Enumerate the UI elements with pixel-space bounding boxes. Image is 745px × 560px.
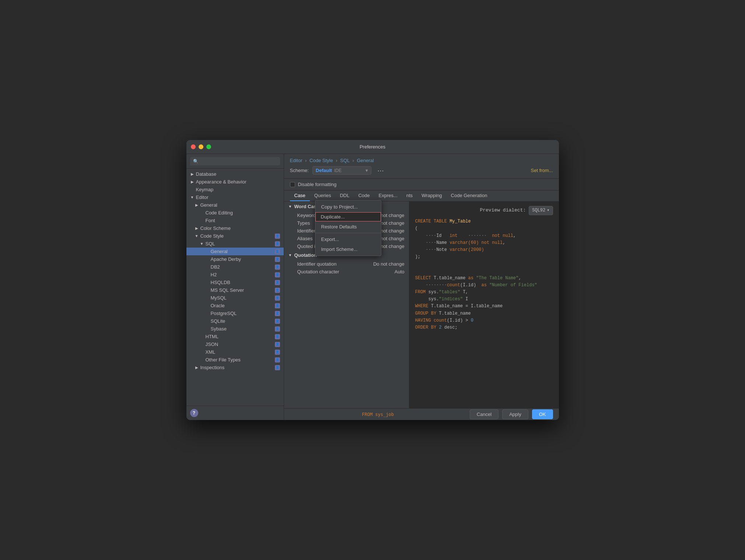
apply-button[interactable]: Apply [502, 409, 528, 419]
disable-formatting-checkbox[interactable] [290, 182, 295, 187]
chevron-right-icon: ▶ [195, 365, 199, 370]
tab-queries[interactable]: Queries [310, 190, 336, 201]
tab-case[interactable]: Case [290, 190, 310, 201]
help-button[interactable]: ? [190, 409, 198, 417]
sidebar-item-json[interactable]: ▶ JSON 👤 [186, 340, 284, 348]
menu-item-restore-defaults[interactable]: Restore Defaults [315, 222, 381, 232]
identifier-quotation-value: Do not change [373, 261, 405, 267]
code-preview: CREATE TABLE My_Table ( ····Id int ·····… [415, 218, 553, 331]
code-line-note: ····Note varchar(2000) [415, 246, 553, 253]
more-options-button[interactable]: ⋯ [375, 167, 386, 175]
sidebar-label-editor: Editor [196, 195, 280, 200]
sidebar-item-h2[interactable]: ▶ H2 👤 [186, 271, 284, 279]
user-badge-oracle: 👤 [275, 303, 280, 308]
tab-code[interactable]: Code [354, 190, 374, 201]
code-line-select: SELECT T.table_name as "The Table Name", [415, 275, 553, 282]
quotation-character-row: Quotation character Auto [284, 268, 409, 276]
sidebar-label-sql: SQL [206, 241, 275, 246]
dialect-dropdown[interactable]: SQL92 ▾ [529, 206, 553, 215]
menu-item-duplicate[interactable]: Duplicate... [315, 212, 381, 221]
sidebar-item-appearance[interactable]: ▶ Appearance & Behavior [186, 178, 284, 186]
sidebar-item-color-scheme[interactable]: ▶ Color Scheme [186, 224, 284, 232]
disable-formatting-label: Disable formatting [298, 182, 337, 187]
sidebar-label-keymap: Keymap [196, 187, 280, 192]
chevron-down-icon: ▼ [288, 253, 292, 257]
tab-ddl[interactable]: DDL [335, 190, 354, 201]
sidebar-item-sybase[interactable]: ▶ Sybase 👤 [186, 325, 284, 333]
scheme-label: Scheme: [290, 168, 309, 173]
menu-item-copy-to-project[interactable]: Copy to Project... [315, 202, 381, 212]
sidebar-item-sql[interactable]: ▼ SQL 👤 [186, 240, 284, 248]
maximize-button[interactable] [206, 144, 211, 149]
sidebar-item-mssql[interactable]: ▶ MS SQL Server 👤 [186, 286, 284, 294]
quotation-character-label: Quotation character [297, 269, 339, 274]
sidebar-item-html[interactable]: ▶ HTML 👤 [186, 333, 284, 340]
user-badge-json: 👤 [275, 342, 280, 347]
code-line-group: GROUP BY T.table_name [415, 310, 553, 317]
sidebar-label-code-editing: Code Editing [206, 210, 280, 216]
sidebar-item-mysql[interactable]: ▶ MySQL 👤 [186, 294, 284, 302]
minimize-button[interactable] [199, 144, 203, 149]
user-badge-sybase: 👤 [275, 326, 280, 332]
tab-nts[interactable]: nts [402, 190, 417, 201]
sidebar-item-other-file-types[interactable]: ▶ Other File Types 👤 [186, 356, 284, 364]
sidebar-label-other-file-types: Other File Types [206, 357, 275, 363]
sidebar-label-sql-general: General [211, 249, 275, 254]
code-line-close: ); [415, 253, 553, 260]
chevron-right-icon: ▶ [195, 226, 199, 231]
search-input[interactable] [201, 158, 277, 164]
sidebar-item-editor[interactable]: ▼ Editor [186, 193, 284, 201]
sidebar-label-postgresql: PostgreSQL [211, 311, 275, 316]
sidebar-item-oracle[interactable]: ▶ Oracle 👤 [186, 302, 284, 309]
ok-button[interactable]: OK [532, 409, 553, 419]
identifier-quotation-row: Identifier quotation Do not change [284, 260, 409, 268]
sidebar-label-db2: DB2 [211, 264, 275, 270]
tab-wrapping[interactable]: Wrapping [417, 190, 446, 201]
user-badge-apache: 👤 [275, 257, 280, 262]
identifier-quotation-label: Identifier quotation [297, 261, 337, 267]
sidebar-item-code-style[interactable]: ▼ Code Style 👤 [186, 232, 284, 240]
code-line-sys-indices: sys."indices" I [415, 296, 553, 303]
menu-item-import-scheme[interactable]: Import Scheme... [315, 244, 381, 254]
menu-item-export[interactable]: Export... [315, 234, 381, 244]
chevron-down-icon: ▾ [365, 168, 368, 173]
search-bar: 🔍 [186, 154, 284, 169]
sidebar-item-keymap[interactable]: ▶ Keymap [186, 186, 284, 193]
chevron-down-icon: ▼ [195, 234, 199, 238]
sidebar-label-appearance: Appearance & Behavior [196, 179, 280, 185]
sidebar-label-apache-derby: Apache Derby [211, 256, 275, 262]
sidebar-item-apache-derby[interactable]: ▶ Apache Derby 👤 [186, 255, 284, 263]
sidebar-item-database[interactable]: ▶ Database [186, 170, 284, 178]
sidebar-label-sqlite: SQLite [211, 318, 275, 324]
user-badge-h2: 👤 [275, 272, 280, 277]
scheme-row: Scheme: Default IDE ▾ ⋯ Set from... [290, 166, 553, 175]
set-from-button[interactable]: Set from... [531, 168, 553, 173]
code-line-blank2 [415, 268, 553, 275]
sidebar-item-sql-general[interactable]: ▶ General 👤 [186, 248, 284, 255]
dialect-value: SQL92 [532, 207, 545, 214]
sidebar-item-db2[interactable]: ▶ DB2 👤 [186, 263, 284, 271]
tab-expressions[interactable]: Expres... [374, 190, 402, 201]
scheme-dropdown[interactable]: Default IDE ▾ [312, 166, 371, 175]
breadcrumb-general: General [357, 158, 374, 163]
panel-header: Editor › Code Style › SQL › General Sche… [284, 154, 559, 179]
code-line-count: ········count(I.id) as "Number of Fields… [415, 282, 553, 289]
sidebar-item-xml[interactable]: ▶ XML 👤 [186, 348, 284, 356]
close-button[interactable] [191, 144, 196, 149]
code-line-having: HAVING count(I.id) > 0 [415, 317, 553, 324]
sidebar-item-sqlite[interactable]: ▶ SQLite 👤 [186, 317, 284, 325]
sidebar-item-font[interactable]: ▶ Font [186, 217, 284, 224]
cancel-button[interactable]: Cancel [470, 409, 499, 419]
sidebar-label-h2: H2 [211, 272, 275, 277]
sidebar-item-code-editing[interactable]: ▶ Code Editing [186, 209, 284, 217]
breadcrumb: Editor › Code Style › SQL › General [290, 158, 553, 163]
sidebar-item-postgresql[interactable]: ▶ PostgreSQL 👤 [186, 309, 284, 317]
sidebar-item-inspections[interactable]: ▶ Inspections 👤 [186, 364, 284, 371]
panel-body: Disable formatting Case Queries DDL Code… [284, 179, 559, 408]
breadcrumb-code-style: Code Style [309, 158, 333, 163]
sidebar-item-general[interactable]: ▶ General [186, 201, 284, 209]
user-badge-hsqldb: 👤 [275, 280, 280, 285]
tab-code-generation[interactable]: Code Generation [447, 190, 492, 201]
sidebar-item-hsqldb[interactable]: ▶ HSQLDB 👤 [186, 279, 284, 286]
search-wrap[interactable]: 🔍 [190, 157, 280, 165]
